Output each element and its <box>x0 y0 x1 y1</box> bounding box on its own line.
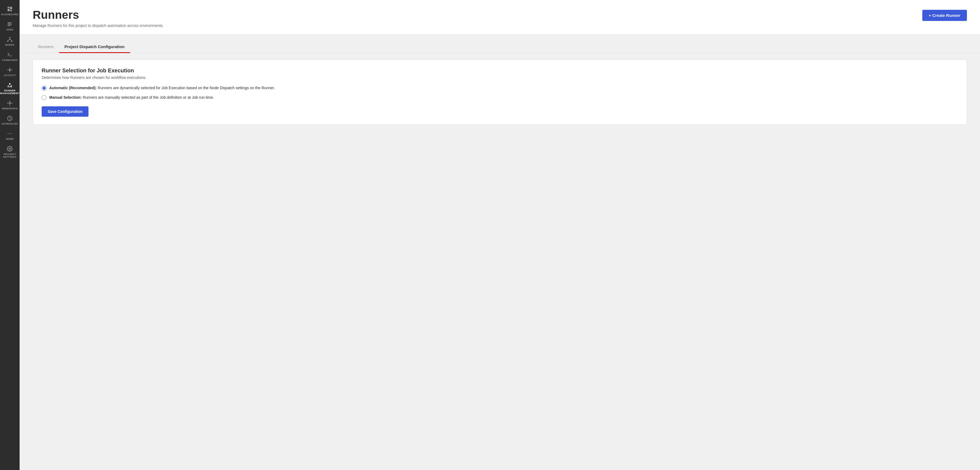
sidebar-item-runner-label: RUNNER MANAGEMENT <box>0 89 20 95</box>
sidebar: DASHBOARD JOBS NODES COMMANDS ACTIVITY R… <box>0 0 20 470</box>
svg-point-11 <box>8 133 8 134</box>
radio-option-automatic[interactable]: Automatic (Recomended): Runners are dyna… <box>41 85 958 91</box>
svg-rect-3 <box>10 10 12 11</box>
sidebar-item-activity[interactable]: ACTIVITY <box>0 64 20 79</box>
radio-automatic[interactable] <box>41 86 46 91</box>
sidebar-item-more[interactable]: MORE <box>0 128 20 143</box>
schedules-icon <box>7 115 13 121</box>
tab-project-dispatch[interactable]: Project Dispatch Configuration <box>59 41 130 53</box>
svg-rect-1 <box>8 9 10 11</box>
activity-icon <box>7 67 13 73</box>
svg-point-12 <box>10 133 10 134</box>
page-title: Runners <box>33 9 164 21</box>
svg-point-13 <box>11 133 12 134</box>
sidebar-item-nodes[interactable]: NODES <box>0 34 20 49</box>
svg-point-7 <box>9 69 11 71</box>
sidebar-item-webhooks-label: WEBHOOKS <box>2 107 18 110</box>
tabs-container: Runners Project Dispatch Configuration <box>20 35 980 53</box>
sidebar-item-webhooks[interactable]: WEBHOOKS <box>0 97 20 113</box>
svg-point-5 <box>7 41 8 42</box>
sidebar-item-dashboard-label: DASHBOARD <box>2 13 19 16</box>
radio-manual[interactable] <box>41 95 46 100</box>
card-title: Runner Selection for Job Execution <box>41 67 958 74</box>
sidebar-item-dashboard[interactable]: DASHBOARD <box>0 3 20 19</box>
sidebar-item-more-label: MORE <box>6 138 14 140</box>
svg-rect-0 <box>8 7 10 8</box>
runner-management-icon <box>7 82 13 88</box>
sidebar-item-activity-label: ACTIVITY <box>3 74 16 77</box>
sidebar-item-jobs-label: JOBS <box>6 28 14 31</box>
sidebar-item-commands[interactable]: COMMANDS <box>0 49 20 64</box>
main-content: Runners Manage Runners for this project … <box>20 0 980 470</box>
svg-point-6 <box>11 41 13 42</box>
content-area: Runners Project Dispatch Configuration R… <box>20 35 980 470</box>
sidebar-item-commands-label: COMMANDS <box>2 59 18 62</box>
sidebar-item-jobs[interactable]: JOBS <box>0 19 20 34</box>
config-card: Runner Selection for Job Execution Deter… <box>33 60 967 125</box>
more-icon <box>7 130 13 137</box>
save-configuration-button[interactable]: Save Configuration <box>41 106 89 117</box>
svg-point-4 <box>9 37 11 38</box>
radio-manual-label: Manual Selection: Runners are manually s… <box>49 95 214 100</box>
top-header: Runners Manage Runners for this project … <box>20 0 980 35</box>
nodes-icon <box>7 37 13 43</box>
page-subtitle: Manage Runners for this project to dispa… <box>33 24 164 28</box>
svg-rect-2 <box>10 7 12 9</box>
sidebar-item-schedules-label: SCHEDULES <box>2 122 18 125</box>
card-subtitle: Determines how Runners are chosen for wo… <box>41 75 958 80</box>
dashboard-icon <box>7 6 13 12</box>
sidebar-item-project-settings[interactable]: PROJECT SETTINGS <box>0 143 20 161</box>
config-section: Runner Selection for Job Execution Deter… <box>20 53 980 131</box>
svg-point-9 <box>9 102 11 104</box>
tab-runners[interactable]: Runners <box>33 41 59 53</box>
commands-icon <box>7 52 13 58</box>
create-runner-button[interactable]: + Create Runner <box>922 10 967 21</box>
sidebar-item-runner-management[interactable]: RUNNER MANAGEMENT <box>0 79 20 97</box>
webhooks-icon <box>7 100 13 106</box>
jobs-icon <box>7 21 13 27</box>
sidebar-item-nodes-label: NODES <box>5 43 15 46</box>
svg-point-8 <box>9 83 11 85</box>
radio-option-manual[interactable]: Manual Selection: Runners are manually s… <box>41 95 958 100</box>
sidebar-item-project-settings-label: PROJECT SETTINGS <box>1 153 19 158</box>
sidebar-item-schedules[interactable]: SCHEDULES <box>0 113 20 128</box>
project-settings-icon <box>7 146 13 152</box>
radio-automatic-label: Automatic (Recomended): Runners are dyna… <box>49 85 275 91</box>
page-title-block: Runners Manage Runners for this project … <box>33 9 164 28</box>
